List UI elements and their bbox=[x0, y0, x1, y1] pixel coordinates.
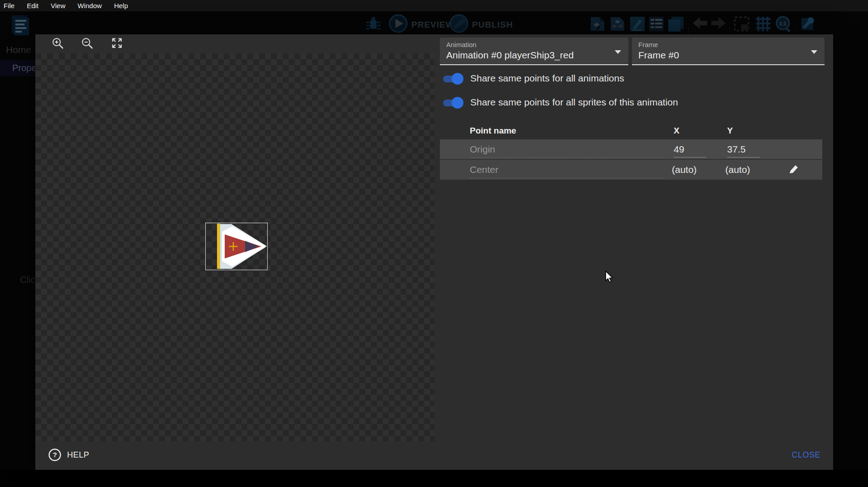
app-window: File Edit View Window Help PREVIEW bbox=[0, 0, 868, 487]
menu-help[interactable]: Help bbox=[114, 2, 128, 10]
point-name[interactable]: Origin bbox=[470, 144, 665, 158]
toggle-label: Share same points for all sprites of thi… bbox=[470, 97, 678, 108]
edit-points-dialog: Animation Animation #0 playerShip3_red F… bbox=[35, 34, 833, 470]
dialog-footer: ? HELP CLOSE bbox=[35, 441, 833, 470]
menu-file[interactable]: File bbox=[4, 2, 14, 10]
edit-point-pencil-icon[interactable] bbox=[787, 163, 800, 176]
frame-select-label: Frame bbox=[638, 41, 658, 48]
close-button[interactable]: CLOSE bbox=[791, 450, 820, 460]
column-y: Y bbox=[727, 126, 733, 136]
chevron-down-icon bbox=[615, 50, 621, 54]
toggle-thumb bbox=[452, 73, 463, 85]
point-row-origin[interactable]: Origin 49 37.5 bbox=[440, 139, 822, 159]
column-point-name: Point name bbox=[470, 126, 516, 136]
help-button[interactable]: ? HELP bbox=[48, 448, 89, 462]
share-points-sprites-row: Share same points for all sprites of thi… bbox=[443, 95, 678, 109]
animation-select-value: Animation #0 playerShip3_red bbox=[446, 50, 574, 61]
chevron-down-icon bbox=[811, 50, 817, 54]
toggle-thumb bbox=[452, 97, 463, 109]
points-panel: Animation Animation #0 playerShip3_red F… bbox=[434, 34, 833, 441]
frame-select-value: Frame #0 bbox=[638, 50, 679, 61]
point-x-field[interactable]: 49 bbox=[674, 144, 706, 158]
point-y-value[interactable]: (auto) bbox=[725, 164, 750, 175]
point-name[interactable]: Center bbox=[470, 164, 665, 178]
share-points-animations-toggle[interactable] bbox=[443, 75, 462, 83]
menu-view[interactable]: View bbox=[51, 2, 65, 10]
mouse-cursor bbox=[605, 271, 615, 283]
point-row-center[interactable]: Center (auto) (auto) bbox=[440, 160, 822, 180]
zoom-in-icon[interactable] bbox=[52, 37, 64, 49]
animation-select[interactable]: Animation Animation #0 playerShip3_red bbox=[440, 38, 628, 65]
column-x: X bbox=[674, 126, 680, 136]
menu-edit[interactable]: Edit bbox=[27, 2, 39, 10]
menu-bar: File Edit View Window Help bbox=[0, 0, 868, 11]
share-points-animations-row: Share same points for all animations bbox=[443, 72, 624, 85]
toggle-label: Share same points for all animations bbox=[470, 73, 624, 84]
animation-select-label: Animation bbox=[446, 41, 477, 48]
share-points-sprites-toggle[interactable] bbox=[443, 99, 462, 107]
svg-text:?: ? bbox=[53, 451, 57, 458]
help-label: HELP bbox=[67, 450, 89, 460]
canvas-toolbar bbox=[35, 34, 434, 53]
frame-select[interactable]: Frame Frame #0 bbox=[632, 38, 825, 65]
player-ship-sprite[interactable] bbox=[205, 223, 268, 270]
zoom-out-icon[interactable] bbox=[81, 37, 93, 49]
point-y-field[interactable]: 37.5 bbox=[727, 144, 760, 158]
help-icon: ? bbox=[48, 448, 62, 462]
fit-to-view-icon[interactable] bbox=[111, 37, 123, 49]
point-x-value[interactable]: (auto) bbox=[672, 164, 697, 175]
points-table-header: Point name X Y bbox=[440, 122, 822, 139]
menu-window[interactable]: Window bbox=[77, 2, 101, 10]
